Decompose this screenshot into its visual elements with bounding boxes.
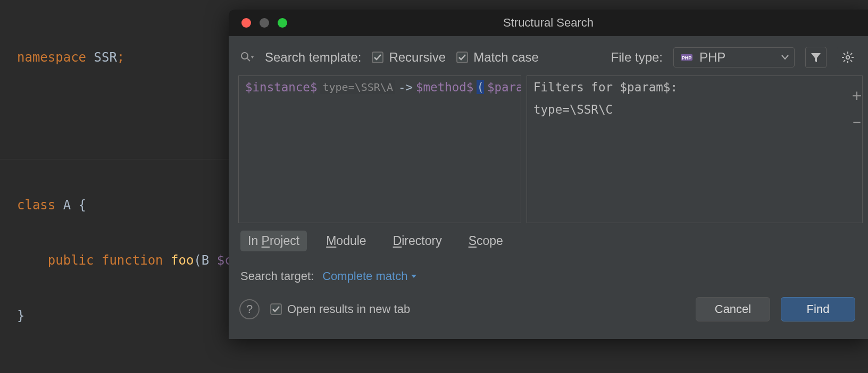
chevron-down-icon [781, 55, 789, 60]
filter-button[interactable] [805, 47, 827, 68]
keyword-namespace: namespace [17, 50, 94, 65]
template-var-method: $method$ [416, 80, 473, 94]
scope-tab-directory[interactable]: Directory [386, 231, 449, 251]
search-history-icon[interactable] [240, 52, 254, 63]
class-name-A: A [63, 198, 71, 213]
svg-line-9 [844, 53, 845, 55]
svg-point-4 [846, 56, 849, 59]
add-filter-button[interactable]: ＋ [849, 87, 864, 103]
matchcase-checkbox[interactable]: Match case [456, 50, 539, 65]
template-arrow: -> [398, 80, 413, 94]
method-foo: foo [171, 253, 194, 268]
dialog-title: Structural Search [229, 16, 868, 30]
dialog-toolbar: Search template: Recursive Match case Fi… [229, 36, 868, 75]
keyword-public: public [48, 253, 102, 268]
filetype-dropdown[interactable]: PHP PHP [673, 47, 795, 67]
search-template-label: Search template: [265, 50, 361, 65]
template-editor-pane[interactable]: $instance$ type=\SSR\A ->$method$($para [238, 75, 521, 223]
svg-text:PHP: PHP [682, 55, 692, 61]
keyword-class: class [17, 198, 63, 213]
namespace-name: SSR [94, 50, 117, 65]
filters-pane[interactable]: Filters for $param$: type=\SSR\C [527, 75, 863, 223]
minimize-window-button[interactable] [260, 18, 269, 28]
svg-point-0 [241, 53, 248, 59]
keyword-function: function [102, 253, 171, 268]
php-file-icon: PHP [680, 51, 693, 64]
template-hint-instance: type=\SSR\A [320, 80, 395, 94]
dialog-titlebar[interactable]: Structural Search [229, 10, 868, 36]
gear-icon [841, 51, 854, 64]
cancel-button[interactable]: Cancel [696, 297, 770, 321]
help-button[interactable]: ? [239, 299, 260, 319]
template-var-param: $para [487, 80, 521, 94]
structural-search-dialog: Structural Search Search template: Recur… [229, 10, 868, 339]
scope-tab-in-project[interactable]: In Project [240, 231, 307, 251]
zoom-window-button[interactable] [278, 18, 287, 28]
template-var-instance: $instance$ [245, 80, 317, 94]
scope-tab-scope[interactable]: Scope [461, 231, 511, 251]
svg-line-10 [850, 60, 852, 62]
filters-header: Filters for $param$: [527, 76, 862, 98]
svg-line-11 [844, 60, 845, 62]
scope-tabs: In Project Module Directory Scope [229, 223, 868, 253]
recursive-checkbox[interactable]: Recursive [372, 50, 446, 65]
template-paren: ( [477, 80, 484, 94]
filetype-label: File type: [611, 50, 663, 65]
svg-line-12 [850, 53, 852, 55]
search-target-value: Complete match [322, 269, 407, 283]
funnel-icon [810, 52, 822, 63]
svg-line-1 [247, 58, 250, 61]
find-button[interactable]: Find [781, 297, 855, 321]
scope-tab-module[interactable]: Module [319, 231, 373, 251]
matchcase-label: Match case [473, 50, 539, 65]
filter-line[interactable]: type=\SSR\C [527, 98, 862, 121]
filetype-value: PHP [699, 50, 775, 65]
close-window-button[interactable] [241, 18, 251, 28]
chevron-down-icon [411, 274, 417, 279]
settings-button[interactable] [837, 47, 858, 68]
remove-filter-button[interactable]: － [849, 114, 864, 130]
param-type-B: B [202, 253, 217, 268]
recursive-label: Recursive [389, 50, 446, 65]
open-in-new-tab-label: Open results in new tab [287, 302, 410, 316]
search-target-label: Search target: [240, 269, 314, 283]
search-target-dropdown[interactable]: Complete match [322, 269, 417, 283]
open-in-new-tab-checkbox[interactable]: Open results in new tab [270, 302, 410, 316]
code-editor[interactable]: namespace SSR; class A { public function… [0, 0, 229, 373]
